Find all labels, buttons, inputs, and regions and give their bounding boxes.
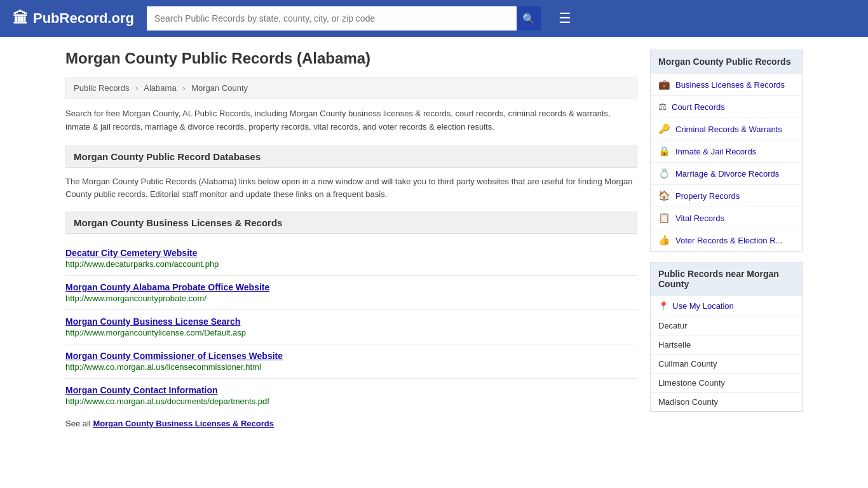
sidebar-item-icon: 🔑 xyxy=(658,123,670,135)
see-all-text: See all xyxy=(65,419,91,428)
sidebar-item-label: Property Records xyxy=(675,191,740,201)
location-icon: 📍 xyxy=(658,301,668,311)
record-item: Decatur City Cemetery Website http://www… xyxy=(65,241,637,276)
logo-text: PubRecord.org xyxy=(33,10,134,27)
sidebar-item-icon: 🏠 xyxy=(658,190,670,201)
record-url[interactable]: http://www.morgancountylicense.com/Defau… xyxy=(65,328,637,337)
sidebar-item-7[interactable]: 👍 Voter Records & Election R... xyxy=(651,229,802,251)
menu-button[interactable]: ☰ xyxy=(553,8,576,29)
nearby-item-4[interactable]: Madison County xyxy=(651,392,802,411)
record-list: Decatur City Cemetery Website http://www… xyxy=(65,241,637,412)
sidebar-item-5[interactable]: 🏠 Property Records xyxy=(651,184,802,207)
record-item: Morgan County Alabama Probate Office Web… xyxy=(65,276,637,310)
content-area: Morgan County Public Records (Alabama) P… xyxy=(65,50,637,428)
nearby-item-2[interactable]: Cullman County xyxy=(651,354,802,373)
breadcrumb-morgan-county: Morgan County xyxy=(191,83,248,93)
databases-description: The Morgan County Public Records (Alabam… xyxy=(65,175,637,202)
sidebar-item-label: Court Records xyxy=(672,102,725,112)
main-container: Morgan County Public Records (Alabama) P… xyxy=(53,37,815,441)
nearby-item-3[interactable]: Limestone County xyxy=(651,373,802,392)
sidebar-item-3[interactable]: 🔒 Inmate & Jail Records xyxy=(651,140,802,162)
sidebar-item-icon: 💼 xyxy=(658,79,670,90)
search-button[interactable]: 🔍 xyxy=(517,6,541,30)
record-item: Morgan County Business License Search ht… xyxy=(65,310,637,344)
record-title[interactable]: Decatur City Cemetery Website xyxy=(65,248,637,258)
databases-section-header: Morgan County Public Record Databases xyxy=(65,146,637,168)
breadcrumb: Public Records › Alabama › Morgan County xyxy=(65,78,637,98)
see-all: See all Morgan County Business Licenses … xyxy=(65,419,637,428)
sidebar-item-label: Criminal Records & Warrants xyxy=(675,125,782,134)
sidebar-item-icon: 👍 xyxy=(658,234,670,246)
record-title[interactable]: Morgan County Commissioner of Licenses W… xyxy=(65,351,637,361)
sidebar-public-records-header: Morgan County Public Records xyxy=(651,50,802,73)
record-item: Morgan County Contact Information http:/… xyxy=(65,379,637,412)
page-title: Morgan County Public Records (Alabama) xyxy=(65,50,637,67)
sidebar-near-header: Public Records near Morgan County xyxy=(651,262,802,295)
record-url[interactable]: http://www.co.morgan.al.us/licensecommis… xyxy=(65,362,637,372)
record-title[interactable]: Morgan County Contact Information xyxy=(65,385,637,395)
sidebar-item-2[interactable]: 🔑 Criminal Records & Warrants xyxy=(651,118,802,140)
use-location-text: Use My Location xyxy=(672,301,734,311)
sidebar-item-icon: ⚖ xyxy=(658,101,667,112)
breadcrumb-alabama[interactable]: Alabama xyxy=(144,83,176,93)
breadcrumb-sep-2: › xyxy=(182,83,185,93)
page-description: Search for free Morgan County, AL Public… xyxy=(65,107,637,134)
use-location-button[interactable]: 📍 Use My Location xyxy=(651,295,802,316)
nearby-item-1[interactable]: Hartselle xyxy=(651,335,802,354)
logo-icon: 🏛 xyxy=(13,10,28,27)
hamburger-icon: ☰ xyxy=(559,10,571,26)
sidebar-item-icon: 🔒 xyxy=(658,146,670,157)
sidebar-item-icon: 💍 xyxy=(658,168,670,179)
sidebar-item-label: Voter Records & Election R... xyxy=(675,236,782,245)
sidebar-item-icon: 📋 xyxy=(658,212,670,224)
sidebar-item-label: Inmate & Jail Records xyxy=(675,147,756,156)
see-all-link[interactable]: Morgan County Business Licenses & Record… xyxy=(93,419,274,428)
sidebar-near-section: Public Records near Morgan County 📍 Use … xyxy=(650,262,803,412)
sidebar-item-label: Vital Records xyxy=(675,214,724,223)
sidebar-item-4[interactable]: 💍 Marriage & Divorce Records xyxy=(651,162,802,184)
sidebar-public-records: Morgan County Public Records 💼 Business … xyxy=(650,50,803,252)
sidebar-records-list: 💼 Business Licenses & Records ⚖ Court Re… xyxy=(651,73,802,251)
sidebar-item-6[interactable]: 📋 Vital Records xyxy=(651,207,802,229)
record-title[interactable]: Morgan County Business License Search xyxy=(65,316,637,327)
search-icon: 🔍 xyxy=(522,13,535,25)
sidebar-item-label: Marriage & Divorce Records xyxy=(675,169,779,179)
record-url[interactable]: http://www.decaturparks.com/account.php xyxy=(65,259,637,269)
sidebar: Morgan County Public Records 💼 Business … xyxy=(650,50,803,428)
record-url[interactable]: http://www.morgancountyprobate.com/ xyxy=(65,294,637,303)
sidebar-item-0[interactable]: 💼 Business Licenses & Records xyxy=(651,73,802,95)
breadcrumb-sep-1: › xyxy=(135,83,138,93)
search-input[interactable] xyxy=(147,6,517,30)
sidebar-item-label: Business Licenses & Records xyxy=(675,80,785,90)
breadcrumb-public-records[interactable]: Public Records xyxy=(74,83,129,93)
record-item: Morgan County Commissioner of Licenses W… xyxy=(65,344,637,379)
search-bar: 🔍 xyxy=(147,6,541,30)
sidebar-item-1[interactable]: ⚖ Court Records xyxy=(651,95,802,118)
nearby-list: DecaturHartselleCullman CountyLimestone … xyxy=(651,316,802,411)
business-section-header: Morgan County Business Licenses & Record… xyxy=(65,212,637,234)
logo[interactable]: 🏛 PubRecord.org xyxy=(13,10,134,27)
site-header: 🏛 PubRecord.org 🔍 ☰ xyxy=(0,0,868,37)
nearby-item-0[interactable]: Decatur xyxy=(651,316,802,335)
record-url[interactable]: http://www.co.morgan.al.us/documents/dep… xyxy=(65,396,637,406)
record-title[interactable]: Morgan County Alabama Probate Office Web… xyxy=(65,282,637,292)
